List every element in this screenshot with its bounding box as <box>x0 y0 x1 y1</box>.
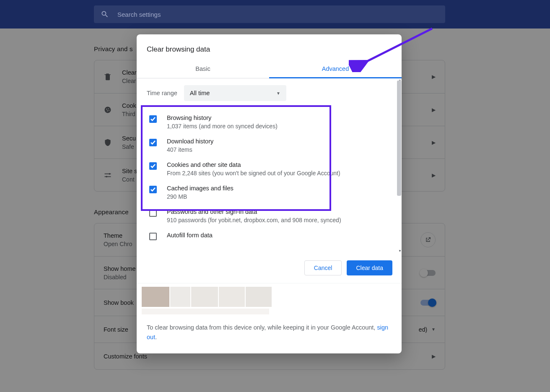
tab-advanced[interactable]: Advanced <box>269 60 402 78</box>
footer-text: To clear browsing data from this device … <box>147 324 377 331</box>
dialog-title: Clear browsing data <box>137 34 402 60</box>
checkbox-unchecked[interactable] <box>149 209 157 217</box>
search-placeholder: Search settings <box>117 11 161 18</box>
strip-placeholder <box>142 309 269 314</box>
account-chooser-strip <box>137 283 402 314</box>
check-item-title: Download history <box>167 138 213 145</box>
caret-down-icon: ▼ <box>276 91 280 96</box>
check-item-title: Cookies and other site data <box>167 161 340 168</box>
check-item[interactable]: Autofill form data <box>147 228 390 244</box>
check-item[interactable]: Download history407 items <box>147 134 390 157</box>
checkbox-checked[interactable] <box>149 162 157 170</box>
time-range-label: Time range <box>147 90 177 96</box>
checkbox-checked[interactable] <box>149 115 157 123</box>
checkbox-unchecked[interactable] <box>149 233 157 240</box>
check-item[interactable]: Cached images and files290 MB <box>147 181 390 204</box>
check-item-sub: 407 items <box>167 146 213 153</box>
clear-data-button[interactable]: Clear data <box>347 260 392 275</box>
check-item-title: Passwords and other sign-in data <box>167 208 341 215</box>
check-item-sub: From 2,248 sites (you won't be signed ou… <box>167 170 340 177</box>
cancel-button[interactable]: Cancel <box>304 260 342 275</box>
check-item-title: Browsing history <box>167 114 278 121</box>
account-thumb[interactable] <box>170 287 190 307</box>
account-thumb[interactable] <box>219 287 245 307</box>
tab-basic[interactable]: Basic <box>137 60 269 78</box>
time-range-select[interactable]: All time ▼ <box>184 85 286 101</box>
scrollbar-thumb[interactable] <box>397 80 401 196</box>
account-thumb[interactable] <box>142 287 169 307</box>
check-item-sub: 910 passwords (for yobit.net, dropbox.co… <box>167 217 341 223</box>
dialog-body: ▲ ▼ Time range All time ▼ Browsing histo… <box>137 78 402 253</box>
account-thumb[interactable] <box>246 287 272 307</box>
dialog-actions: Cancel Clear data <box>137 253 402 283</box>
checkbox-checked[interactable] <box>149 186 157 193</box>
check-item-sub: 1,037 items (and more on synced devices) <box>167 123 278 130</box>
check-item[interactable]: Passwords and other sign-in data910 pass… <box>147 204 390 228</box>
check-item[interactable]: Browsing history1,037 items (and more on… <box>147 110 390 134</box>
scroll-down-arrow[interactable]: ▼ <box>398 249 402 253</box>
check-item-title: Cached images and files <box>167 185 233 192</box>
time-range-value: All time <box>190 90 210 96</box>
check-item[interactable]: Cookies and other site dataFrom 2,248 si… <box>147 157 390 181</box>
top-bar: Search settings <box>0 0 550 29</box>
search-icon <box>101 10 109 18</box>
check-item-title: Autofill form data <box>167 232 213 239</box>
checkbox-checked[interactable] <box>149 139 157 146</box>
footer-suffix: . <box>155 334 157 340</box>
dialog-tabs: Basic Advanced <box>137 60 402 78</box>
account-thumb[interactable] <box>191 287 218 307</box>
check-item-sub: 290 MB <box>167 193 233 200</box>
footer-note: To clear browsing data from this device … <box>137 314 402 353</box>
clear-browsing-data-dialog: Clear browsing data Basic Advanced ▲ ▼ T… <box>137 34 402 353</box>
search-settings-box[interactable]: Search settings <box>94 5 445 23</box>
